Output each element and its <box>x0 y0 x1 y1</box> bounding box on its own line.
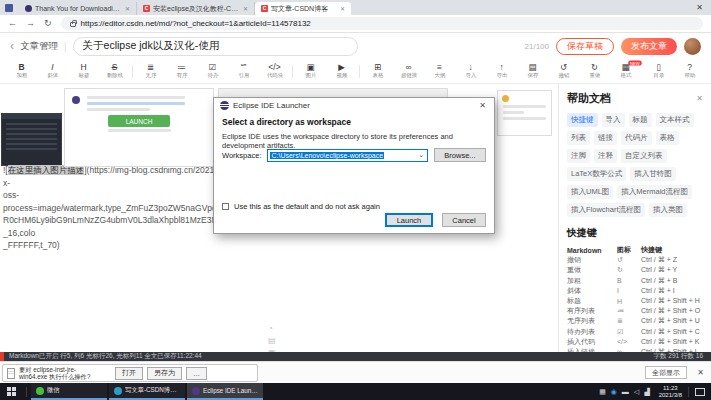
help-tag[interactable]: LaTeX数学公式 <box>567 167 626 181</box>
toolbar-toc-button[interactable]: ▯目录 <box>643 59 674 83</box>
default-workspace-checkbox[interactable] <box>222 203 229 210</box>
toolbar-ordered-list-button[interactable]: ≔有序 <box>166 59 197 83</box>
chevron-down-icon[interactable]: ⌄ <box>418 151 425 159</box>
windows-logo-icon <box>7 387 16 396</box>
browse-button[interactable]: Browse... <box>434 148 486 162</box>
dialog-close-icon[interactable]: ✕ <box>477 101 488 110</box>
help-tag[interactable]: 注释 <box>594 149 617 163</box>
toolbar-code-block-button[interactable]: </>代码块 <box>259 59 290 83</box>
url-field[interactable]: https://editor.csdn.net/md/?not_checkout… <box>61 17 703 30</box>
hyperlink-icon: ∞ <box>405 63 411 72</box>
theme-icon[interactable]: ▤ <box>268 336 276 345</box>
toolbar-save-button[interactable]: ▤保存 <box>517 59 548 83</box>
toolbar-table-button[interactable]: ⊞表格 <box>362 59 393 83</box>
help-tag[interactable]: 插入Flowchart流程图 <box>567 203 645 217</box>
scroll-sync-icon[interactable]: ◔ <box>268 324 276 333</box>
toolbar-hyperlink-button[interactable]: ∞超链接 <box>393 59 424 83</box>
window-close-button[interactable]: ✕ <box>688 3 711 12</box>
browser-tab[interactable]: C安装eclipse及汉化教程-CSDN...✕ <box>137 2 255 15</box>
toolbar-redo-button[interactable]: ↻重做 <box>579 59 610 83</box>
manage-articles-link[interactable]: 文章管理 <box>20 40 58 53</box>
article-title-input[interactable]: 关于eclipse jdk以及汉化-使用 <box>73 37 358 56</box>
help-tag[interactable]: 链接 <box>594 131 617 145</box>
help-tag[interactable]: 列表 <box>567 131 590 145</box>
ime-icon[interactable]: ▦ <box>599 388 606 395</box>
toolbar-bold-button[interactable]: B加粗 <box>6 59 37 83</box>
toolbar-todo-list-button[interactable]: ☑待办 <box>197 59 228 83</box>
system-tray: ▦◉▬◁▟ <box>599 388 650 395</box>
shortcut-icon: I <box>617 287 641 294</box>
toolbar-heading-button[interactable]: H标题 <box>68 59 99 83</box>
security-icon[interactable]: ◉ <box>611 388 617 395</box>
toolbar-import-button[interactable]: ↓导入 <box>455 59 486 83</box>
download-bar-close-icon[interactable]: ✕ <box>697 368 704 377</box>
cancel-button[interactable]: Cancel <box>442 213 486 227</box>
refresh-icon[interactable]: ↻ <box>44 19 52 28</box>
download-item[interactable]: 要对 eclipse-inst-jre-win64.exe 执行什么操作? 打开… <box>2 364 258 382</box>
taskbar-app-label: 微信 <box>47 386 60 395</box>
taskbar-separator <box>688 387 689 397</box>
status-right-text: 字数 291 行数 16 <box>654 352 704 361</box>
help-tag[interactable]: 导入 <box>602 113 625 127</box>
toolbar-strikethrough-button[interactable]: S删除线 <box>99 59 130 83</box>
import-icon: ↓ <box>468 63 472 72</box>
taskbar-clock[interactable]: 11:23 2021/3/8 <box>659 385 682 399</box>
logo-dot <box>72 96 80 104</box>
chevron-left-icon[interactable]: ‹ <box>10 39 14 53</box>
browser-tab[interactable]: Thank You for Downloading Ecl...✕ <box>19 2 137 15</box>
help-tag[interactable]: 插入类图 <box>649 203 687 217</box>
help-close-icon[interactable]: ✕ <box>696 94 703 103</box>
tab-close-icon[interactable]: ✕ <box>340 5 345 12</box>
taskbar-app-edge-csdn[interactable]: 写文章-CSDN博客… <box>109 383 185 400</box>
download-bar: 要对 eclipse-inst-jre-win64.exe 执行什么操作? 打开… <box>0 361 711 383</box>
taskbar-app-wechat[interactable]: 微信 <box>31 383 107 400</box>
open-file-button[interactable]: 打开 <box>115 367 143 380</box>
more-options-button[interactable]: … <box>186 367 207 380</box>
help-tag[interactable]: 插入甘特图 <box>630 167 676 181</box>
help-tag[interactable]: 注脚 <box>567 149 590 163</box>
show-all-downloads-button[interactable]: 全部显示 <box>645 366 687 379</box>
taskbar-app-eclipse-launcher[interactable]: Eclipse IDE Launc… <box>187 383 263 400</box>
toolbar-export-button[interactable]: ↑导出 <box>486 59 517 83</box>
launch-button[interactable]: Launch <box>385 213 433 227</box>
help-tag[interactable]: 快捷键 <box>567 113 598 127</box>
workspace-combobox[interactable]: C:\Users\Lenovo\eclipse-workspace ⌄ <box>267 149 428 162</box>
toolbar-help-button[interactable]: ?帮助 <box>674 59 705 83</box>
toolbar-quote-button[interactable]: “”引用 <box>228 59 259 83</box>
help-tag[interactable]: 标题 <box>629 113 652 127</box>
header-divider: | <box>64 41 67 52</box>
toolbar-outline-button[interactable]: ≡大纲 <box>424 59 455 83</box>
browser-tab[interactable]: C写文章-CSDN博客✕ <box>255 2 351 15</box>
toolbar-unordered-list-button[interactable]: ≣无序 <box>135 59 166 83</box>
markdown-toolbar: B加粗I斜体H标题S删除线≣无序≔有序☑待办“”引用</>代码块▣图片▶视频⊞表… <box>0 59 711 84</box>
start-button[interactable] <box>0 383 22 400</box>
windows-taskbar: 微信写文章-CSDN博客…Eclipse IDE Launc… ▦◉▬◁▟ 11… <box>0 383 711 400</box>
help-tag[interactable]: 自定义列表 <box>621 149 667 163</box>
avatar[interactable] <box>684 38 701 55</box>
forward-icon[interactable]: → <box>26 19 35 28</box>
toolbar-image-button[interactable]: ▣图片 <box>295 59 326 83</box>
device-icon[interactable]: ▬ <box>622 388 629 395</box>
publish-button[interactable]: 发布文章 <box>621 38 677 55</box>
help-tag[interactable]: 插入UML图 <box>567 185 613 199</box>
dialog-title-bar[interactable]: Eclipse IDE Launcher ✕ <box>214 98 494 113</box>
save-as-button[interactable]: 另存为 <box>147 367 182 380</box>
network-icon[interactable]: ▟ <box>644 388 649 395</box>
action-center-icon[interactable] <box>695 388 705 396</box>
toolbar-video-button[interactable]: ▶视频 <box>326 59 357 83</box>
tab-close-icon[interactable]: ✕ <box>243 5 248 12</box>
back-icon[interactable]: ← <box>8 19 17 28</box>
help-tag[interactable]: 表格 <box>656 131 679 145</box>
save-draft-button[interactable]: 保存草稿 <box>556 38 614 55</box>
help-tag[interactable]: 插入Mermaid流程图 <box>617 185 692 199</box>
workspace-label: Workspace: <box>222 151 261 160</box>
tab-close-icon[interactable]: ✕ <box>125 5 130 12</box>
toolbar-format-button[interactable]: ▦格式NEW <box>610 59 641 83</box>
volume-icon[interactable]: ◁ <box>634 388 639 395</box>
toolbar-italic-button[interactable]: I斜体 <box>37 59 68 83</box>
lock-icon <box>70 22 76 27</box>
help-tag[interactable]: 代码片 <box>621 131 652 145</box>
toolbar-button-label: 目录 <box>653 72 664 78</box>
help-tag[interactable]: 文本样式 <box>656 113 694 127</box>
toolbar-undo-button[interactable]: ↺撤销 <box>548 59 579 83</box>
